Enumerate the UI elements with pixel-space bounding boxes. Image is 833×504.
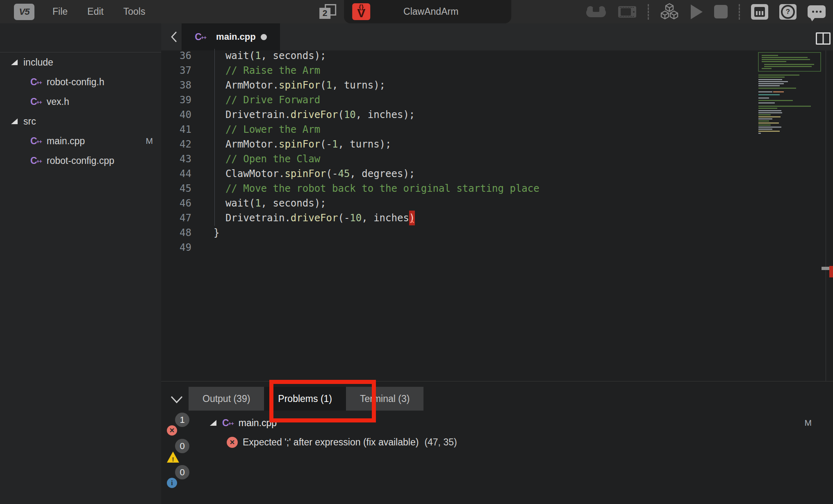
info-count: 0 — [175, 465, 189, 479]
code-token: ArmMotor. — [214, 138, 279, 150]
code-line: 38 ArmMotor.spinFor(1, turns); — [161, 78, 833, 93]
menu-file[interactable]: File — [46, 6, 81, 17]
slot-number: 2 — [319, 8, 330, 19]
panel-tab-output[interactable]: Output (39) — [189, 387, 264, 411]
info-counter: 0i — [166, 465, 195, 491]
file-tree: includeC++robot-config.hC++vex.hsrcC++ma… — [0, 52, 161, 170]
tree-item-src[interactable]: src — [0, 111, 161, 131]
code-token: , inches); — [356, 109, 415, 120]
feedback-icon[interactable] — [808, 5, 826, 18]
code-text: Drivetrain.driveFor(10, inches); — [214, 107, 415, 122]
top-menu-bar: V5 FileEditTools 2 {} V ClawAndArm — [0, 0, 833, 23]
code-token: , turns); — [332, 79, 385, 91]
code-line: 37 // Raise the Arm — [161, 63, 833, 78]
tree-item-label: include — [23, 57, 53, 68]
device-info-icon[interactable] — [751, 4, 768, 20]
code-line: 40 Drivetrain.driveFor(10, inches); — [161, 107, 833, 122]
code-line: 36 wait(1, seconds); — [161, 48, 833, 63]
collapse-panel-icon[interactable] — [168, 391, 185, 408]
line-number: 43 — [161, 152, 191, 166]
play-icon[interactable] — [690, 4, 703, 20]
code-token: Drivetrain. — [214, 109, 291, 120]
editor-scrollbar[interactable] — [826, 50, 826, 381]
code-token: ArmMotor. — [214, 79, 279, 91]
code-token: } — [214, 227, 219, 238]
tab-main-cpp[interactable]: C++ main.cpp — [182, 23, 280, 50]
code-token: (- — [338, 212, 350, 224]
v5-logo: V5 — [14, 4, 34, 20]
tree-item-robot-config-cpp[interactable]: C++robot-config.cpp — [0, 151, 161, 170]
tree-item-vex-h[interactable]: C++vex.h — [0, 92, 161, 111]
code-editor[interactable]: 36 wait(1, seconds);37 // Raise the Arm3… — [161, 50, 833, 381]
code-token: wait( — [214, 198, 255, 209]
vexcode-window: V5 FileEditTools 2 {} V ClawAndArm — [0, 0, 833, 504]
brain-device-icon[interactable] — [618, 5, 637, 19]
code-text: wait(1, seconds); — [214, 196, 326, 211]
code-token: Drivetrain. — [214, 212, 291, 224]
toolbar-separator — [648, 4, 649, 20]
code-text: // Move the robot back to the original s… — [214, 181, 539, 196]
stop-icon[interactable] — [714, 5, 728, 18]
code-token: , seconds); — [261, 50, 326, 61]
cpp-file-icon: C++ — [222, 418, 234, 428]
bottom-panel: Output (39)Problems (1)Terminal (3) 1✕0!… — [161, 381, 833, 504]
project-name: ClawAndArm — [370, 6, 511, 17]
minimap[interactable] — [758, 52, 826, 138]
line-number: 38 — [161, 78, 191, 93]
tree-item-label: main.cpp — [47, 136, 85, 147]
code-token: // Drive Forward — [214, 94, 320, 106]
code-line: 45 // Move the robot back to the origina… — [161, 181, 833, 196]
expand-triangle-icon[interactable] — [210, 420, 216, 426]
modified-dot-icon — [261, 34, 267, 40]
blocks-icon[interactable] — [660, 3, 679, 21]
warning-icon: ! — [167, 452, 179, 463]
program-slot-icon[interactable]: 2 — [319, 3, 337, 20]
split-editor-icon[interactable] — [816, 32, 831, 45]
code-line: 46 wait(1, seconds); — [161, 196, 833, 211]
code-token: (- — [326, 168, 338, 179]
code-line: 39 // Drive Forward — [161, 93, 833, 107]
problem-row[interactable]: ✕Expected ';' after expression (fix avai… — [161, 434, 833, 450]
code-token: 1 — [255, 50, 261, 61]
code-text: ClawMotor.spinFor(-45, degrees); — [214, 166, 415, 181]
vexcode-project-icon: {} V — [352, 3, 370, 20]
back-chevron-icon[interactable] — [166, 23, 182, 50]
line-number: 36 — [161, 48, 191, 63]
code-text: Drivetrain.driveFor(-10, inches) — [214, 211, 415, 225]
code-line: 42 ArmMotor.spinFor(-1, turns); — [161, 137, 833, 152]
cpp-file-icon: C++ — [195, 32, 206, 42]
tree-item-include[interactable]: include — [0, 52, 161, 72]
code-token: // Move the robot back to the original s… — [214, 183, 539, 194]
line-number: 41 — [161, 122, 191, 137]
expand-triangle-icon — [11, 118, 18, 124]
tree-item-robot-config-h[interactable]: C++robot-config.h — [0, 72, 161, 92]
code-token: driveFor — [291, 212, 338, 224]
problem-location: (47, 35) — [424, 437, 457, 448]
code-token: ( — [320, 79, 326, 91]
code-token: , inches — [362, 212, 409, 224]
project-name-button[interactable]: {} V ClawAndArm — [344, 0, 511, 23]
syntax-error-char: ) — [409, 211, 415, 225]
tree-item-main-cpp[interactable]: C++main.cppM — [0, 131, 161, 151]
panel-tab-terminal[interactable]: Terminal (3) — [346, 387, 423, 411]
menu-tools[interactable]: Tools — [117, 6, 159, 17]
code-token: 1 — [332, 138, 338, 150]
code-text: ArmMotor.spinFor(-1, turns); — [214, 137, 391, 152]
tree-item-label: vex.h — [47, 96, 69, 107]
code-token: 1 — [326, 79, 332, 91]
code-token: // Raise the Arm — [214, 65, 320, 76]
controller-icon[interactable] — [585, 5, 607, 19]
help-icon[interactable]: ? — [779, 4, 797, 20]
code-token: 1 — [255, 198, 261, 209]
panel-tab-problems[interactable]: Problems (1) — [264, 387, 346, 411]
warning-triangle-icon: ! — [167, 452, 179, 463]
menu-edit[interactable]: Edit — [81, 6, 117, 17]
code-line: 41 // Lower the Arm — [161, 122, 833, 137]
line-number: 37 — [161, 63, 191, 78]
line-number: 44 — [161, 166, 191, 181]
modified-badge: M — [146, 136, 153, 146]
problems-file-group[interactable]: C++ main.cpp M — [161, 415, 833, 431]
cpp-file-icon: C++ — [30, 77, 42, 87]
line-number: 48 — [161, 225, 191, 240]
editor-region: C++ main.cpp 36 wait(1, seconds);37 // R… — [161, 23, 833, 381]
